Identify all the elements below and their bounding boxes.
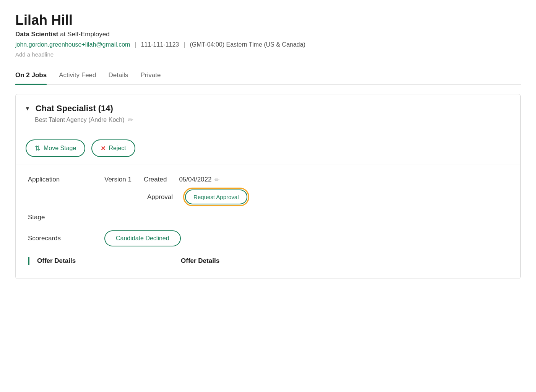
job-title-row: ▼ Chat Specialist (14) [25, 104, 113, 113]
move-stage-icon: ⇅ [35, 144, 41, 152]
offer-section-bar: Offer Details [28, 257, 104, 265]
candidate-title: Data Scientist at Self-Employed [15, 31, 521, 38]
offer-label-col: Offer Details [28, 257, 104, 268]
action-buttons: ⇅ Move Stage ✕ Reject [26, 139, 520, 157]
move-stage-button[interactable]: ⇅ Move Stage [26, 139, 85, 157]
application-date: 05/04/2022 [179, 176, 211, 183]
offer-details-sublabel: Offer Details [181, 257, 219, 265]
details-section: Application Version 1 Created 05/04/2022… [16, 165, 520, 279]
reject-icon: ✕ [101, 145, 106, 152]
scorecards-row: Scorecards Candidate Declined [28, 230, 508, 246]
request-approval-button[interactable]: Request Approval [185, 190, 247, 204]
job-card: ▼ Chat Specialist (14) Best Talent Agenc… [15, 94, 521, 279]
candidate-name: Lilah Hill [15, 12, 521, 28]
application-details-col: Version 1 Created 05/04/2022 ✏ Approval … [104, 176, 247, 204]
created-label: Created [144, 176, 167, 183]
candidate-email[interactable]: john.gordon.greenhouse+lilah@gmail.com [15, 41, 130, 48]
application-version: Version 1 [104, 176, 132, 183]
candidate-employer: Self-Employed [67, 31, 110, 38]
move-stage-label: Move Stage [44, 145, 76, 152]
separator-1: | [135, 41, 136, 48]
reject-label: Reject [109, 145, 126, 152]
application-row: Application Version 1 Created 05/04/2022… [28, 176, 508, 204]
candidate-phone: 111-111-1123 [141, 41, 179, 48]
reject-button[interactable]: ✕ Reject [91, 139, 135, 157]
date-row: 05/04/2022 ✏ [179, 176, 219, 183]
approval-label: Approval [147, 193, 173, 201]
tab-activity-feed[interactable]: Activity Feed [59, 67, 96, 84]
job-agency-name: Best Talent Agency (Andre Koch) [35, 117, 125, 123]
separator-2: | [184, 41, 185, 48]
edit-agency-icon[interactable]: ✏ [128, 116, 133, 124]
candidate-employer-prefix: at [60, 31, 67, 38]
chevron-down-icon[interactable]: ▼ [25, 105, 30, 112]
edit-date-icon[interactable]: ✏ [214, 176, 219, 183]
tab-on-jobs[interactable]: On 2 Jobs [15, 67, 47, 84]
tab-private[interactable]: Private [140, 67, 161, 84]
offer-details-label: Offer Details [37, 257, 76, 264]
offer-row: Offer Details Offer Details [28, 257, 508, 268]
approval-row: Approval Request Approval [104, 190, 247, 204]
application-label: Application [28, 176, 60, 183]
scorecards-label: Scorecards [28, 235, 104, 242]
headline-placeholder[interactable]: Add a headline [15, 51, 521, 58]
job-agency: Best Talent Agency (Andre Koch) ✏ [35, 116, 133, 124]
tab-details[interactable]: Details [109, 67, 128, 84]
candidate-contact: john.gordon.greenhouse+lilah@gmail.com |… [15, 41, 521, 48]
stage-label: Stage [28, 214, 104, 221]
candidate-declined-button[interactable]: Candidate Declined [104, 230, 181, 246]
application-label-col: Application [28, 176, 104, 183]
application-inner-row: Version 1 Created 05/04/2022 ✏ [104, 176, 247, 183]
job-title: Chat Specialist (14) [36, 104, 113, 113]
candidate-timezone: (GMT-04:00) Eastern Time (US & Canada) [190, 41, 305, 48]
tabs-container: On 2 Jobs Activity Feed Details Private [15, 67, 521, 85]
stage-row: Stage [28, 214, 508, 221]
candidate-job-title: Data Scientist [15, 31, 58, 38]
job-header: ▼ Chat Specialist (14) Best Talent Agenc… [16, 94, 520, 132]
